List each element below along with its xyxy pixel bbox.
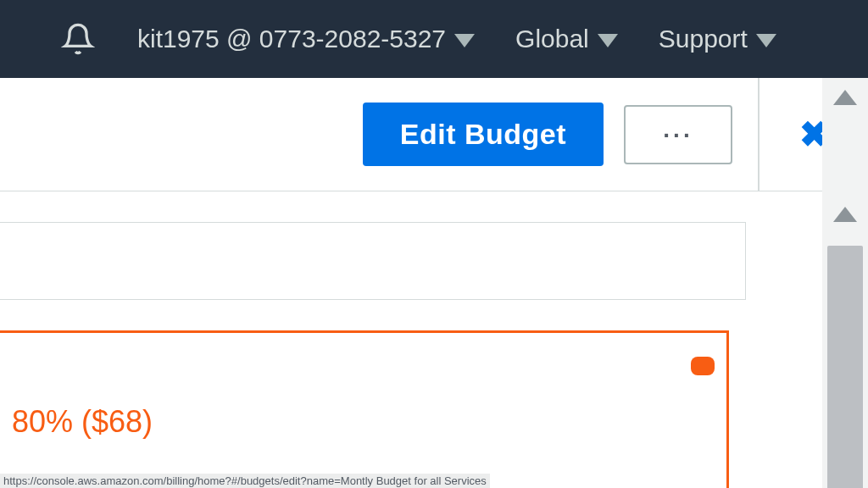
- region-label: Global: [515, 25, 589, 53]
- region-menu[interactable]: Global: [515, 25, 618, 53]
- scroll-thumb[interactable]: [827, 246, 863, 488]
- caret-down-icon: [454, 34, 475, 47]
- edit-budget-button[interactable]: Edit Budget: [363, 103, 604, 166]
- vertical-scrollbar[interactable]: [822, 78, 868, 488]
- threshold-alert-panel: 80% ($68): [0, 330, 729, 488]
- budget-summary-panel: [0, 222, 746, 300]
- alert-threshold-text: 80% ($68): [12, 404, 706, 440]
- support-menu[interactable]: Support: [659, 25, 776, 53]
- alert-indicator-icon: [691, 357, 715, 375]
- notifications-icon[interactable]: [59, 20, 97, 58]
- caret-down-icon: [756, 34, 776, 47]
- toolbar: Edit Budget ... ✖: [0, 78, 868, 191]
- scroll-up-icon[interactable]: [833, 207, 857, 222]
- account-menu[interactable]: kit1975 @ 0773-2082-5327: [137, 25, 475, 53]
- account-label: kit1975 @ 0773-2082-5327: [137, 25, 446, 53]
- support-label: Support: [659, 25, 748, 53]
- caret-down-icon: [598, 34, 618, 47]
- toolbar-actions: Edit Budget ...: [0, 78, 758, 191]
- status-bar-link: https://console.aws.amazon.com/billing/h…: [0, 474, 490, 488]
- scroll-up-icon[interactable]: [833, 90, 857, 105]
- top-nav: kit1975 @ 0773-2082-5327 Global Support: [0, 0, 868, 78]
- more-actions-button[interactable]: ...: [624, 105, 732, 164]
